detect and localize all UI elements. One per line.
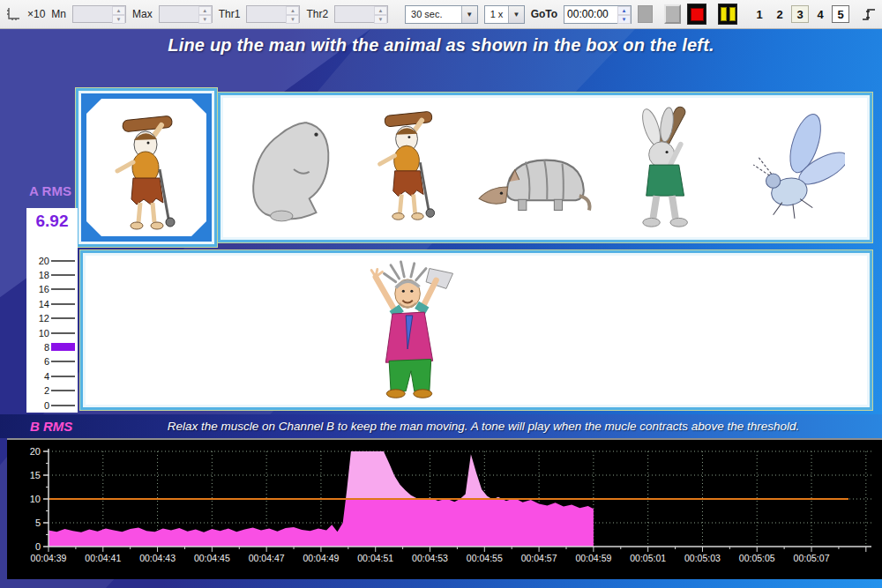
channel-b-label: B RMS [30, 419, 72, 434]
max-spinbox: ▲▼ [159, 5, 213, 23]
channel-b-chart: 0510152000:04:3900:04:4100:04:4300:04:45… [7, 438, 882, 579]
instruction-bottom: Relax the muscle on Channel B to keep th… [0, 420, 882, 433]
channel-a-scale: 20181614121086420 [26, 256, 78, 410]
thr1-spinbox: ▲▼ [246, 5, 300, 23]
screen-buttons: 1 2 3 4 5 [751, 5, 849, 23]
svg-text:00:05:05: 00:05:05 [739, 553, 775, 563]
speed-select[interactable]: 1 x ▼ [484, 5, 525, 24]
svg-text:00:04:49: 00:04:49 [303, 553, 340, 563]
svg-text:0: 0 [35, 541, 41, 552]
target-frame [86, 99, 206, 236]
svg-text:00:04:45: 00:04:45 [194, 553, 230, 563]
svg-text:00:04:51: 00:04:51 [357, 553, 393, 563]
goto-label: GoTo [531, 8, 557, 20]
step-threshold-icon[interactable] [861, 4, 877, 24]
caveman-image [370, 108, 445, 227]
mosquito-image [746, 109, 845, 226]
svg-text:00:04:39: 00:04:39 [31, 553, 67, 563]
thr1-input[interactable] [247, 6, 286, 22]
max-input[interactable] [160, 6, 198, 22]
stop-button-flat[interactable] [638, 5, 653, 23]
channel-a-label: A RMS [23, 183, 78, 198]
thr1-label: Thr1 [219, 8, 241, 20]
chevron-down-icon: ▼ [461, 6, 477, 23]
svg-text:00:04:53: 00:04:53 [412, 553, 448, 563]
svg-text:5: 5 [35, 517, 41, 528]
max-spinner[interactable]: ▲▼ [198, 6, 212, 22]
emg-biofeedback-app: ×10 Mn ▲▼ Max ▲▼ Thr1 ▲▼ Thr2 ▲▼ 30 sec.… [0, 0, 882, 588]
window-length-value: 30 sec. [406, 9, 461, 19]
thr2-spinner[interactable]: ▲▼ [374, 6, 387, 22]
svg-text:00:04:43: 00:04:43 [139, 553, 176, 563]
chevron-down-icon: ▼ [508, 6, 523, 23]
screen-button-1[interactable]: 1 [751, 5, 768, 23]
screen-button-4[interactable]: 4 [811, 5, 829, 23]
cheering-man-image [357, 260, 461, 403]
screen-button-3[interactable]: 3 [791, 5, 809, 23]
channel-b-band: B RMS Relax the muscle on Channel B to k… [0, 414, 882, 438]
main-stage: Line up the man with the animal as shown… [0, 29, 882, 588]
goto-spinner[interactable]: ▲▼ [617, 6, 631, 23]
max-label: Max [132, 8, 153, 20]
pause-icon [721, 7, 727, 21]
min-spinner[interactable]: ▲▼ [112, 6, 125, 22]
thr2-spinbox: ▲▼ [334, 5, 388, 23]
toolbar: ×10 Mn ▲▼ Max ▲▼ Thr1 ▲▼ Thr2 ▲▼ 30 sec.… [0, 0, 882, 29]
svg-text:00:04:41: 00:04:41 [85, 553, 121, 563]
scale-toggle-label[interactable]: ×10 [27, 8, 45, 20]
svg-text:15: 15 [30, 470, 41, 480]
min-label: Mn [51, 8, 66, 20]
screen-button-5[interactable]: 5 [832, 5, 849, 23]
window-length-select[interactable]: 30 sec. ▼ [405, 5, 478, 24]
caveman-image [106, 113, 187, 236]
svg-text:00:05:03: 00:05:03 [684, 553, 721, 563]
svg-text:00:04:57: 00:04:57 [521, 553, 557, 563]
channel-a-value: 6.92 [26, 208, 78, 231]
pause-button[interactable] [718, 4, 737, 25]
thr2-label: Thr2 [306, 8, 328, 20]
svg-text:00:04:47: 00:04:47 [249, 553, 285, 563]
thr1-spinner[interactable]: ▲▼ [286, 6, 299, 22]
record-button[interactable] [687, 4, 706, 25]
min-input[interactable] [73, 6, 112, 22]
stop-button-raised[interactable] [664, 4, 681, 24]
animal-strip [223, 98, 867, 237]
screen-button-2[interactable]: 2 [771, 5, 789, 23]
svg-text:00:04:59: 00:04:59 [575, 553, 611, 563]
svg-text:20: 20 [30, 446, 41, 457]
svg-text:00:05:01: 00:05:01 [630, 553, 666, 563]
brms-chart-svg: 0510152000:04:3900:04:4100:04:4300:04:45… [7, 440, 882, 577]
svg-text:10: 10 [30, 494, 41, 504]
target-box [81, 93, 212, 242]
speed-value: 1 x [485, 9, 509, 19]
rabbit-with-bat-image [622, 103, 717, 232]
man-stage [86, 256, 867, 405]
armadillo-image [475, 142, 592, 223]
channel-a-panel: 6.92 20181614121086420 [26, 208, 78, 413]
record-icon [691, 8, 704, 21]
goto-time-input[interactable] [564, 6, 617, 23]
min-spinbox: ▲▼ [72, 5, 126, 23]
instruction-top: Line up the man with the animal as shown… [0, 35, 882, 56]
goto-time-box: ▲▼ [564, 5, 632, 24]
axes-icon[interactable] [5, 4, 21, 24]
svg-text:00:04:55: 00:04:55 [467, 553, 503, 563]
thr2-input[interactable] [335, 6, 374, 22]
svg-text:00:05:07: 00:05:07 [794, 553, 830, 563]
dinosaur-image [245, 107, 340, 228]
